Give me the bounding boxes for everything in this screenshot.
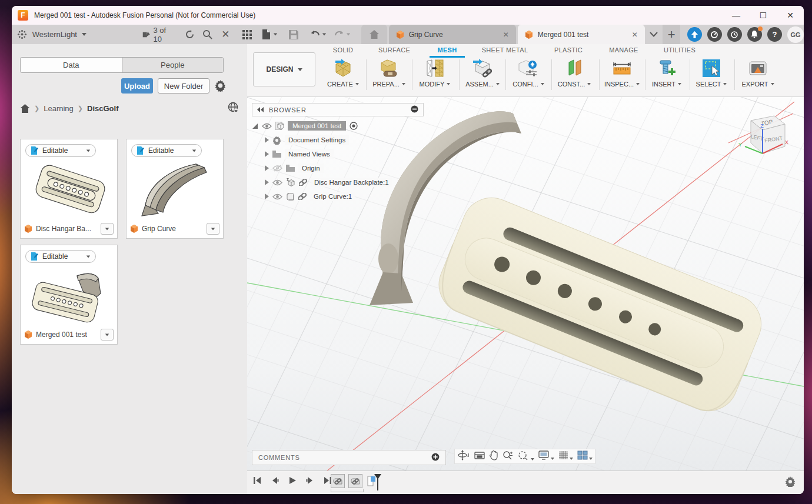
timeline-feature-insert-icon[interactable]	[348, 474, 362, 488]
file-actions-dropdown[interactable]	[101, 223, 114, 235]
expanded-caret-icon[interactable]	[252, 123, 258, 129]
browser-minimize-icon[interactable]	[411, 105, 418, 114]
new-tab-button[interactable]: +	[663, 25, 680, 44]
apps-grid-icon[interactable]	[241, 28, 254, 42]
activate-component-radio-icon[interactable]	[350, 122, 358, 130]
browser-row-grip-curve[interactable]: Grip Curve:1	[252, 189, 424, 203]
maximize-button[interactable]: ☐	[750, 6, 777, 25]
history-clock-icon[interactable]	[727, 27, 742, 42]
ribbon-tab-utilities[interactable]: UTILITIES	[664, 46, 695, 54]
ribbon-tab-sheet-metal[interactable]: SHEET METAL	[482, 46, 528, 54]
timeline-step-forward-icon[interactable]	[306, 476, 314, 487]
file-card-disc-hangar[interactable]: Editable Disc Hangar Ba...	[20, 139, 118, 239]
export-menu-button[interactable]: EXPORT	[736, 58, 780, 91]
workspace-selector[interactable]: DESIGN	[253, 52, 315, 86]
file-actions-dropdown[interactable]	[207, 223, 219, 235]
viewports-icon[interactable]	[577, 450, 593, 462]
search-icon[interactable]	[201, 28, 214, 42]
assemble-menu-button[interactable]: ASSEM...	[460, 58, 505, 91]
zoom-window-icon[interactable]	[518, 450, 534, 463]
help-icon[interactable]: ?	[767, 27, 782, 42]
add-comment-icon[interactable]	[431, 453, 440, 462]
timeline-step-back-icon[interactable]	[271, 476, 279, 487]
ribbon-tab-solid[interactable]: SOLID	[333, 46, 354, 54]
visibility-eye-icon[interactable]	[272, 179, 282, 186]
doc-tab-grip-curve[interactable]: Grip Curve ✕	[389, 25, 516, 44]
file-card-grip-curve[interactable]: Editable Grip Curve	[126, 139, 224, 239]
breadcrumb-discgolf[interactable]: DiscGolf	[87, 104, 118, 113]
visibility-eye-icon[interactable]	[262, 123, 272, 129]
collapsed-caret-icon[interactable]	[265, 137, 269, 143]
comments-bar[interactable]: COMMENTS	[252, 450, 446, 465]
inspect-menu-button[interactable]: INSPEC...	[600, 58, 644, 91]
ribbon-tab-surface[interactable]: SURFACE	[378, 46, 410, 54]
editable-badge[interactable]: Editable	[131, 144, 202, 157]
timeline-feature-insert-icon[interactable]	[331, 474, 345, 488]
editable-badge[interactable]: Editable	[25, 144, 96, 157]
view-cube[interactable]: TOP LEFT FRONT Z Y X	[728, 108, 793, 166]
configure-menu-button[interactable]: CONFI...	[506, 58, 551, 91]
construct-menu-button[interactable]: CONST...	[552, 58, 597, 91]
tab-people[interactable]: People	[122, 58, 224, 72]
collapsed-caret-icon[interactable]	[265, 165, 269, 171]
display-settings-icon[interactable]	[538, 450, 554, 462]
team-name[interactable]: WesternLight	[32, 30, 77, 39]
file-actions-dropdown[interactable]	[101, 329, 114, 341]
browser-row-named-views[interactable]: Named Views	[252, 147, 424, 161]
data-settings-gear-icon[interactable]	[214, 79, 227, 94]
look-at-icon[interactable]	[474, 450, 485, 462]
redo-icon[interactable]	[332, 28, 346, 42]
refresh-icon[interactable]	[183, 28, 197, 42]
orbit-icon[interactable]	[457, 450, 470, 463]
grid-settings-icon[interactable]	[558, 450, 573, 462]
timeline-play-icon[interactable]	[288, 476, 297, 487]
timeline-position-marker[interactable]	[367, 474, 382, 492]
timeline-go-start-icon[interactable]	[253, 476, 261, 487]
browser-row-origin[interactable]: Origin	[252, 161, 424, 175]
modify-menu-button[interactable]: MODIFY	[412, 58, 457, 91]
collapsed-caret-icon[interactable]	[265, 179, 269, 185]
public-link-globe-icon[interactable]	[227, 102, 239, 115]
browser-row-disc-hangar-backplate[interactable]: Disc Hangar Backplate:1	[252, 175, 424, 189]
minimize-button[interactable]: —	[723, 6, 750, 25]
clear-search-icon[interactable]: ✕	[219, 28, 232, 42]
ribbon-tab-manage[interactable]: MANAGE	[609, 46, 638, 54]
job-monitor-icon[interactable]	[707, 27, 722, 42]
home-breadcrumb-icon[interactable]	[20, 104, 30, 113]
ribbon-tab-plastic[interactable]: PLASTIC	[554, 46, 583, 54]
visibility-off-eye-icon[interactable]	[272, 165, 282, 172]
timeline-settings-gear-icon[interactable]	[785, 476, 796, 489]
data-panel-toggle-icon[interactable]	[15, 28, 29, 42]
insert-menu-button[interactable]: INSERT	[644, 58, 689, 91]
save-icon[interactable]	[287, 28, 301, 42]
browser-root-row[interactable]: Merged 001 test	[252, 119, 424, 133]
redo-caret-icon[interactable]	[347, 34, 350, 36]
select-menu-button[interactable]: SELECT	[689, 58, 734, 91]
job-status[interactable]: 3 of 10	[142, 26, 174, 44]
undo-icon[interactable]	[308, 28, 322, 42]
create-menu-button[interactable]: CREATE	[321, 58, 365, 91]
tab-list-chevron-icon[interactable]	[647, 28, 661, 42]
ribbon-tab-mesh[interactable]: MESH	[438, 46, 457, 54]
collapsed-caret-icon[interactable]	[265, 193, 269, 199]
collapsed-caret-icon[interactable]	[265, 151, 269, 157]
browser-row-document-settings[interactable]: Document Settings	[252, 133, 424, 147]
editable-badge[interactable]: Editable	[25, 250, 96, 263]
breadcrumb-learning[interactable]: Learning	[44, 104, 74, 113]
undo-caret-icon[interactable]	[322, 34, 326, 36]
file-card-merged-001-test[interactable]: Editable Merged 001 test	[20, 245, 118, 345]
zoom-icon[interactable]	[502, 450, 514, 463]
visibility-eye-icon[interactable]	[272, 193, 282, 200]
collapse-browser-icon[interactable]	[257, 107, 264, 112]
close-tab-icon[interactable]: ✕	[503, 31, 509, 39]
home-tab[interactable]	[361, 25, 387, 44]
extensions-icon[interactable]	[687, 27, 702, 42]
viewport[interactable]: BROWSER Merged 001 test D	[247, 97, 804, 470]
prepare-menu-button[interactable]: PREPA...	[367, 58, 411, 91]
upload-button[interactable]: Upload	[121, 78, 153, 94]
root-component-name[interactable]: Merged 001 test	[288, 121, 346, 131]
tab-data[interactable]: Data	[21, 58, 122, 72]
notifications-bell-icon[interactable]	[747, 27, 762, 42]
new-folder-button[interactable]: New Folder	[158, 78, 209, 94]
pan-icon[interactable]	[489, 450, 498, 463]
